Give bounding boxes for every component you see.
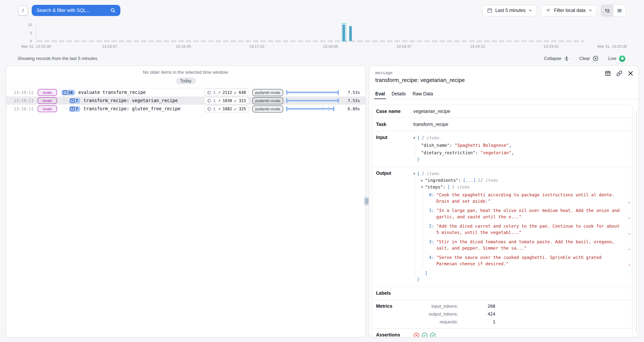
chevron-down-icon [528,8,532,12]
comma: , [628,198,630,204]
search-placeholder: Search & filter with SQL... [36,8,90,13]
minus-square-icon: − [63,90,67,94]
x-tick-label: Mar 31. 13:15:30 [22,44,51,48]
labels-value [413,290,632,296]
pydantic-evals-badge[interactable]: pydantic-evals [252,89,283,96]
table-row[interactable]: 13:18:11 evals + 7 transform_recipe: glu… [6,105,365,113]
evals-tag-badge[interactable]: evals [38,89,57,96]
collapse-label: Collapse [544,56,561,61]
assertion-pass-icon[interactable] [422,332,428,338]
json-string-value: "Serve the sauce over the cooked spaghet… [436,254,623,267]
sigma-icon: Σ [213,106,216,111]
chevron-down-icon[interactable]: ▼ [413,135,415,141]
y-axis-tick [35,24,36,25]
collapse-count-badge[interactable]: − 16 [62,90,75,95]
token-coin-icon [208,107,212,111]
dock-panel-icon[interactable] [605,70,611,76]
token-usage-chip[interactable]: Σ ↗1082 ↙325 [204,105,249,112]
assertion-icons [413,332,632,338]
tab-details[interactable]: Details [392,91,406,99]
x-tick-label: 13:16:07 [102,44,118,48]
live-toggle[interactable]: Live [608,55,625,62]
sigma-icon: Σ [213,98,216,103]
evals-tag-badge[interactable]: evals [38,106,57,112]
assertion-fail-icon[interactable] [413,332,420,338]
scrollbar[interactable] [636,111,637,334]
x-tick-label: 13:16:45 [176,44,191,48]
tree-view-toggle[interactable] [601,5,614,16]
clear-button[interactable]: Clear [579,56,598,62]
x-tick-label: 13:18:00 [323,44,338,48]
collapsed-array[interactable]: [...] [463,177,476,184]
token-usage-chip[interactable]: Σ ↗1030 ↙323 [204,97,249,104]
search-button[interactable]: Search & filter with SQL... [32,5,120,16]
flat-list-toggle[interactable] [614,5,626,16]
x-tick-label: 13:19:52 [544,44,559,48]
chevron-down-icon[interactable]: ▼ [421,184,423,190]
table-row[interactable]: 13:18:11 evals − 16 evaluate transform_r… [6,88,365,96]
output-tokens-arrow-icon: ↙ [234,107,237,111]
metric-name: input_tokens: [413,304,458,309]
x-tick-label: 13:18:37 [396,44,412,48]
close-icon[interactable] [628,71,633,76]
trace-list-panel: No older items in the selected time wind… [6,66,366,338]
x-axis-labels: Mar 31. 13:15:30 13:16:07 13:16:45 13:17… [36,44,624,49]
list-item: 4: "Serve the sauce over the cooked spag… [429,254,632,267]
date-pill[interactable]: Today [176,78,196,84]
y-tick-0: 0 [23,39,32,43]
tabs-divider [370,99,638,100]
table-row-selected[interactable]: 13:18:11 evals + 7 transform_recipe: veg… [6,96,365,105]
brace-close: } [417,276,420,283]
span-title: evaluate transform_recipe [78,90,146,95]
expand-count-badge[interactable]: + 7 [69,98,80,104]
metrics-label: Metrics [376,304,413,324]
detail-title: transform_recipe: vegetarian_recipe [375,77,633,83]
timeline-histogram[interactable]: 10 5 0 Mar 31. 13:15:30 13:16:07 13:16:4 [0,22,644,52]
x-axis-tick [404,41,404,43]
tab-raw-data[interactable]: Raw Data [412,91,433,99]
empty-notice: No older items in the selected time wind… [6,70,365,75]
view-mode-toggle [601,4,626,16]
items-count: 2 items [422,171,440,177]
timeline-plot-area[interactable] [36,24,624,41]
histogram-bar[interactable] [349,26,352,41]
assertions-row: Assertions [372,328,632,338]
copy-link-icon[interactable] [616,70,622,76]
slash-shortcut-label: / [22,8,24,13]
tab-eval[interactable]: Eval [375,91,385,99]
clear-label: Clear [579,56,590,61]
panel-resize-handle[interactable] [364,197,369,206]
expand-count-badge[interactable]: + 7 [69,106,80,112]
collapse-button[interactable]: Collapse [544,56,570,61]
x-tick-label: Mar 31. 13:20:30 [598,44,627,48]
pydantic-evals-badge[interactable]: pydantic-evals [252,105,283,112]
span-count: 7 [76,98,78,103]
token-usage-chip[interactable]: Σ ↗2112 ↙648 [204,89,249,96]
live-label: Live [608,56,616,61]
chevron-right-icon[interactable]: ▶ [421,177,423,184]
span-count: 16 [68,90,73,95]
brace-close: } [417,156,420,163]
labels-row: Labels [372,286,632,300]
x-axis-tick [624,41,625,43]
output-json-tree: ▼ { 2 items ▶ "ingredients": [...] 12 it… [413,171,632,283]
assertion-pass-icon[interactable] [430,332,436,338]
time-range-dropdown[interactable]: Last 5 minutes [482,5,537,16]
tree-connector [64,95,68,109]
histogram-bar[interactable] [342,24,345,41]
duration-text: 6.89s [345,106,365,111]
evals-tag-badge[interactable]: evals [38,97,57,104]
case-name-label: Case name [376,109,413,114]
list-item: 2: "Add the diced carrot and celery to t… [429,223,632,236]
x-axis-tick [330,41,331,43]
json-string-value: "Add the diced carrot and celery to the … [436,223,623,236]
live-indicator-icon [619,55,625,62]
items-count: 2 items [422,135,440,141]
chevron-down-icon[interactable]: ▼ [413,171,415,177]
json-key: "steps": [425,184,446,190]
filter-local-data-dropdown[interactable]: Filter local data [541,5,597,16]
x-axis-tick [110,41,110,43]
pydantic-evals-badge[interactable]: pydantic-evals [252,97,283,104]
row-timestamp: 13:18:11 [6,98,35,103]
case-name-row: Case name vegetarian_recipe [372,105,632,118]
